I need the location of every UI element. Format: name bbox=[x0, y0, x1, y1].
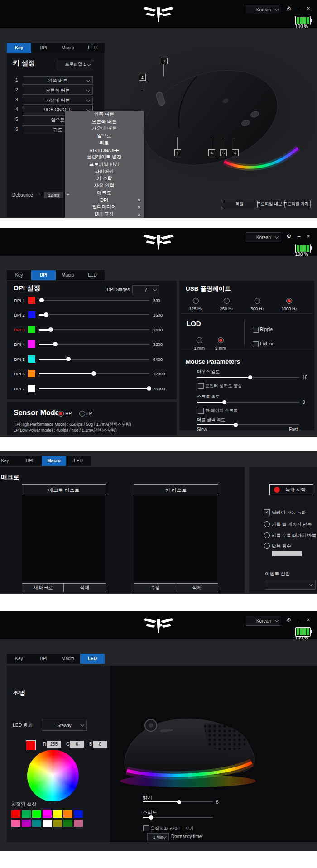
tab-dpi[interactable]: DPI bbox=[31, 43, 56, 53]
new-macro-button[interactable]: 새 매크로 bbox=[22, 583, 64, 592]
menu-item-polling-rate[interactable]: 폴링레이트 변경 bbox=[65, 153, 144, 161]
preset-swatch[interactable] bbox=[11, 810, 20, 818]
key-list[interactable] bbox=[134, 496, 217, 581]
tab-dpi[interactable]: DPI bbox=[31, 654, 56, 664]
dpi-color-swatch[interactable] bbox=[28, 340, 35, 348]
minimize-button[interactable]: – bbox=[295, 5, 303, 12]
menu-item-fire-key[interactable]: 파이어키 bbox=[65, 168, 144, 175]
repeat-until-press-radio[interactable] bbox=[264, 532, 270, 538]
dpi-7-slider[interactable] bbox=[39, 385, 149, 392]
sensitivity-slider[interactable] bbox=[197, 374, 299, 380]
key-1-select[interactable]: 왼쪽 버튼 bbox=[23, 76, 93, 85]
dormancy-time-select[interactable]: 1 Min bbox=[147, 833, 169, 841]
tab-macro[interactable]: Macro bbox=[56, 43, 80, 53]
menu-item-multimedia[interactable]: 멀티미디어» bbox=[65, 204, 144, 211]
dpi-stages-select[interactable]: 7 bbox=[132, 285, 159, 294]
menu-item-profile-change[interactable]: 프로파일 변경 bbox=[65, 161, 144, 168]
preset-swatch[interactable] bbox=[22, 820, 31, 827]
dpi-2-slider[interactable] bbox=[39, 311, 149, 318]
lights-off-when-moving-checkbox[interactable] bbox=[143, 825, 149, 831]
tab-key[interactable]: Key bbox=[7, 43, 31, 53]
tab-macro[interactable]: Macro bbox=[56, 654, 80, 664]
led-effect-select[interactable]: Steady bbox=[42, 720, 87, 731]
sensor-hp-radio[interactable] bbox=[58, 411, 64, 417]
g-input[interactable]: 0 bbox=[70, 741, 84, 748]
settings-gear-button[interactable]: ⚙ bbox=[285, 5, 293, 12]
debounce-minus-button[interactable]: − bbox=[38, 192, 41, 197]
speed-slider[interactable] bbox=[143, 815, 213, 820]
tab-led[interactable]: LED bbox=[80, 654, 105, 664]
profile-import-button[interactable]: 프로파일 가져... bbox=[284, 200, 311, 208]
restore-button[interactable]: 복원 bbox=[221, 200, 258, 208]
macro-list[interactable] bbox=[22, 496, 105, 581]
close-button[interactable]: × bbox=[305, 616, 312, 623]
tab-led[interactable]: LED bbox=[66, 456, 91, 466]
tab-macro[interactable]: Macro bbox=[56, 270, 80, 280]
settings-gear-button[interactable]: ⚙ bbox=[285, 616, 293, 623]
sensor-lp-radio[interactable] bbox=[79, 411, 85, 417]
dpi-5-slider[interactable] bbox=[39, 355, 149, 363]
preset-swatch[interactable] bbox=[53, 810, 62, 818]
preset-swatch[interactable] bbox=[32, 820, 41, 827]
menu-item-back[interactable]: 뒤로 bbox=[65, 139, 144, 147]
tab-dpi[interactable]: DPI bbox=[17, 456, 42, 466]
polling-1000-radio[interactable] bbox=[286, 298, 292, 304]
dpi-3-slider[interactable] bbox=[39, 326, 149, 333]
repeat-until-release-radio[interactable] bbox=[264, 521, 270, 527]
menu-item-forward[interactable]: 앞으로 bbox=[65, 132, 144, 139]
page-scroll-checkbox[interactable] bbox=[198, 408, 204, 414]
menu-item-dpi-lock[interactable]: DPI 고정» bbox=[65, 211, 144, 218]
menu-item-left-button[interactable]: 왼쪽 버튼 bbox=[65, 111, 144, 118]
pointer-precision-checkbox[interactable] bbox=[198, 383, 204, 389]
preset-swatch[interactable] bbox=[74, 810, 83, 818]
preset-swatch[interactable] bbox=[43, 810, 52, 818]
menu-item-right-button[interactable]: 오른쪽 버튼 bbox=[65, 118, 144, 125]
delete-key-button[interactable]: 삭제 bbox=[176, 583, 218, 592]
fixline-checkbox[interactable] bbox=[253, 341, 259, 347]
preset-swatch[interactable] bbox=[53, 820, 62, 827]
lod-2mm-radio[interactable] bbox=[218, 337, 224, 343]
menu-item-key-combo[interactable]: 키 조합 bbox=[65, 175, 144, 182]
preset-swatch[interactable] bbox=[11, 820, 20, 827]
record-start-button[interactable]: 녹화 시작 bbox=[269, 484, 313, 495]
double-click-slider[interactable] bbox=[197, 422, 299, 427]
close-button[interactable]: × bbox=[305, 233, 312, 240]
color-wheel[interactable] bbox=[27, 750, 79, 801]
edit-key-button[interactable]: 수정 bbox=[134, 583, 177, 592]
lod-1mm-radio[interactable] bbox=[197, 337, 202, 343]
language-select[interactable]: Korean bbox=[246, 232, 281, 242]
preset-swatch[interactable] bbox=[43, 820, 52, 827]
dpi-color-swatch[interactable] bbox=[28, 370, 35, 377]
tab-key[interactable]: Key bbox=[7, 654, 31, 664]
tab-led[interactable]: LED bbox=[80, 43, 105, 53]
polling-500-radio[interactable] bbox=[255, 298, 260, 304]
tab-dpi[interactable]: DPI bbox=[31, 270, 56, 280]
close-button[interactable]: × bbox=[305, 5, 312, 12]
b-input[interactable]: 0 bbox=[93, 741, 107, 748]
key-2-select[interactable]: 오른쪽 버튼 bbox=[23, 86, 93, 95]
auto-delay-checkbox[interactable]: ✓ bbox=[264, 509, 270, 515]
tab-key[interactable]: Key bbox=[0, 456, 17, 466]
dpi-6-slider[interactable] bbox=[39, 370, 149, 377]
dpi-1-slider[interactable] bbox=[39, 297, 149, 304]
preset-swatch[interactable] bbox=[32, 810, 41, 818]
language-select[interactable]: Korean bbox=[246, 5, 281, 14]
menu-item-rgb-onoff[interactable]: RGB ON/OFF bbox=[65, 147, 144, 154]
brightness-slider[interactable] bbox=[143, 799, 213, 805]
preset-swatch[interactable] bbox=[63, 820, 72, 827]
minimize-button[interactable]: – bbox=[295, 233, 303, 240]
event-insert-select[interactable] bbox=[265, 580, 316, 590]
dpi-4-slider[interactable] bbox=[39, 340, 149, 348]
debounce-plus-button[interactable]: + bbox=[67, 192, 69, 197]
key-3-select[interactable]: 가운데 버튼 bbox=[23, 96, 93, 105]
preset-swatch[interactable] bbox=[63, 810, 72, 818]
ripple-checkbox[interactable] bbox=[253, 327, 259, 333]
tab-key[interactable]: Key bbox=[7, 270, 31, 280]
tab-led[interactable]: LED bbox=[80, 270, 105, 280]
preset-swatch[interactable] bbox=[74, 820, 83, 827]
delete-macro-button[interactable]: 삭제 bbox=[63, 583, 106, 592]
dpi-color-swatch[interactable] bbox=[28, 385, 35, 392]
menu-item-macro[interactable]: 매크로 bbox=[65, 189, 144, 197]
r-input[interactable]: 255 bbox=[47, 741, 61, 748]
dpi-color-swatch[interactable] bbox=[28, 311, 35, 318]
